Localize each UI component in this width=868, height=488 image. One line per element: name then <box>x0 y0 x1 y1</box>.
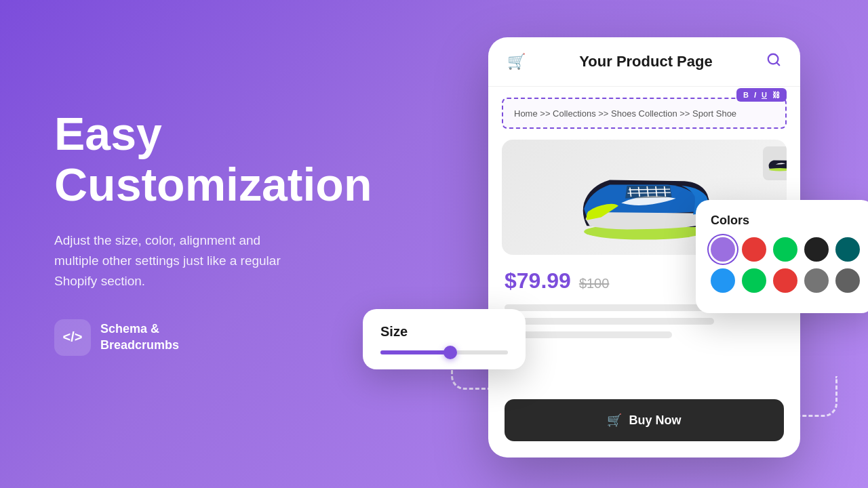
bold-btn[interactable]: B <box>743 91 749 99</box>
code-icon: </> <box>54 319 91 356</box>
color-black[interactable] <box>804 237 829 262</box>
color-row-2 <box>711 268 860 293</box>
schema-badge: </> Schema &Breadcrumbs <box>54 319 380 356</box>
cart-icon: 🛒 <box>507 53 526 70</box>
subtext: Adjust the size, color, alignment and mu… <box>54 230 298 292</box>
underline-btn[interactable]: U <box>762 91 767 99</box>
slider-fill <box>380 350 450 354</box>
color-purple[interactable] <box>711 237 735 262</box>
left-panel: Easy Customization Adjust the size, colo… <box>54 108 380 356</box>
card-title: Your Product Page <box>579 53 712 70</box>
color-teal[interactable] <box>835 237 860 262</box>
svg-line-9 <box>627 192 670 193</box>
color-red-1[interactable] <box>742 237 766 262</box>
size-panel: Size <box>363 309 526 369</box>
product-thumbnail <box>763 146 787 180</box>
color-gray-1[interactable] <box>804 268 829 293</box>
slider-thumb[interactable] <box>443 346 457 359</box>
search-icon <box>766 52 781 71</box>
color-blue[interactable] <box>711 268 735 293</box>
italic-btn[interactable]: I <box>754 91 756 99</box>
cart-btn-icon: 🛒 <box>607 413 622 428</box>
headline-line1: Easy <box>54 108 162 159</box>
color-gray-2[interactable] <box>835 268 860 293</box>
headline: Easy Customization <box>54 108 380 210</box>
price-current: $79.99 <box>505 268 571 293</box>
buy-now-label: Buy Now <box>629 413 681 428</box>
colors-title: Colors <box>711 214 860 228</box>
colors-panel: Colors <box>696 200 868 313</box>
content-line-3 <box>505 331 672 338</box>
color-green-2[interactable] <box>742 268 766 293</box>
content-line-2 <box>505 318 714 325</box>
color-row-1 <box>711 237 860 262</box>
color-green-1[interactable] <box>773 237 797 262</box>
svg-line-1 <box>776 62 779 65</box>
color-red-2[interactable] <box>773 268 797 293</box>
slider-track[interactable] <box>380 350 508 354</box>
headline-line2: Customization <box>54 159 372 210</box>
product-card: 🛒 Your Product Page B I U ⛓ Home >> Coll… <box>488 37 800 458</box>
buy-now-button[interactable]: 🛒 Buy Now <box>505 399 784 441</box>
dashed-connector-1 <box>797 376 837 417</box>
card-header: 🛒 Your Product Page <box>488 37 800 87</box>
svg-line-8 <box>629 189 670 190</box>
size-title: Size <box>380 324 508 340</box>
breadcrumb-area: B I U ⛓ Home >> Collections >> Shoes Col… <box>502 98 787 129</box>
link-btn[interactable]: ⛓ <box>772 91 780 99</box>
badge-label: Schema &Breadcrumbs <box>100 321 179 353</box>
price-original: $100 <box>579 276 610 291</box>
breadcrumb-box: Home >> Collections >> Shoes Collection … <box>502 98 787 129</box>
breadcrumb-toolbar: B I U ⛓ <box>736 88 787 102</box>
breadcrumb-text: Home >> Collections >> Shoes Collection … <box>514 108 736 119</box>
